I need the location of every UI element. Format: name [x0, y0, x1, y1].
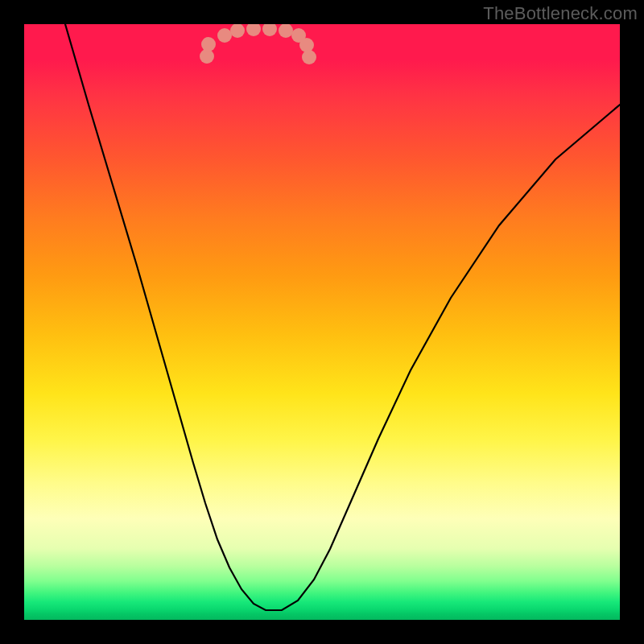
- bottleneck-curve: [65, 24, 620, 610]
- salmon-markers: [200, 24, 316, 64]
- marker-dot: [262, 24, 277, 36]
- watermark-text: TheBottleneck.com: [483, 3, 638, 24]
- marker-dot: [279, 24, 293, 38]
- marker-dot: [230, 24, 245, 38]
- chart-frame: TheBottleneck.com: [0, 0, 644, 644]
- marker-dot: [299, 38, 314, 52]
- marker-dot: [246, 24, 261, 36]
- marker-dot: [302, 50, 316, 64]
- plot-area: [24, 24, 620, 620]
- marker-dot: [201, 37, 216, 52]
- marker-dot: [217, 28, 232, 43]
- curve-svg: [24, 24, 620, 620]
